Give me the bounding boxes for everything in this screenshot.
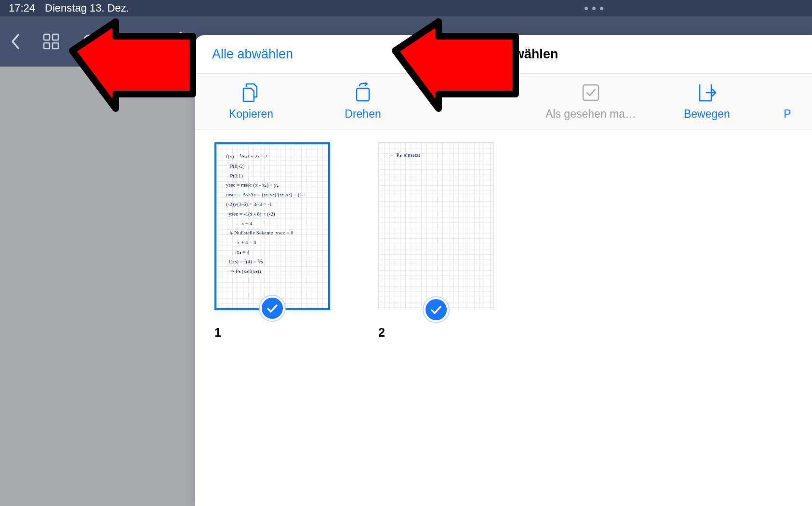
document-background <box>0 67 195 506</box>
status-time: 17:24 <box>9 2 35 14</box>
share-icon[interactable] <box>173 31 189 52</box>
move-label: Bewegen <box>684 108 730 121</box>
back-icon[interactable] <box>10 33 20 50</box>
modal-header: Alle abwählen Seiten auswählen <box>195 35 812 74</box>
svg-rect-1 <box>53 34 58 40</box>
page-thumbnail-2[interactable]: → P₃ einsetzt <box>378 142 494 310</box>
rotate-action[interactable]: Drehen <box>322 83 404 121</box>
grid-icon[interactable] <box>42 33 60 50</box>
thumbnail-content: → P₃ einsetzt <box>383 147 490 164</box>
svg-rect-6 <box>357 88 369 101</box>
last-action[interactable]: P <box>778 83 797 121</box>
svg-rect-3 <box>53 43 58 49</box>
move-icon <box>697 83 717 102</box>
copy-icon <box>241 83 261 102</box>
copy-action[interactable]: Kopieren <box>210 83 292 121</box>
select-pages-modal: Alle abwählen Seiten auswählen Kopieren … <box>195 35 812 506</box>
svg-rect-2 <box>44 43 50 49</box>
move-action[interactable]: Bewegen <box>666 83 748 121</box>
page-item-2[interactable]: → P₃ einsetzt 2 <box>378 142 494 340</box>
page-item-1[interactable]: f(x) = ⅓x² + 2x - 2 P(6|-2) P(3|1) ysec … <box>214 142 330 340</box>
svg-line-5 <box>93 44 97 48</box>
mark-seen-label: Als gesehen ma… <box>546 108 636 121</box>
actions-toolbar: Kopieren Drehen Als ge <box>195 74 812 130</box>
deselect-all-button[interactable]: Alle abwählen <box>212 47 293 62</box>
selected-check-icon <box>424 297 449 322</box>
copy-label: Kopieren <box>229 108 273 121</box>
selected-check-icon <box>260 296 285 321</box>
status-date: Dienstag 13. Dez. <box>45 2 129 14</box>
checkbox-icon <box>582 83 600 102</box>
page-thumbnail-1[interactable]: f(x) = ⅓x² + 2x - 2 P(6|-2) P(3|1) ysec … <box>214 142 330 310</box>
search-icon[interactable] <box>82 33 99 50</box>
svg-rect-0 <box>44 34 50 40</box>
mark-seen-action[interactable]: Als gesehen ma… <box>546 83 636 121</box>
modal-title: Seiten auswählen <box>449 47 559 62</box>
rotate-label: Drehen <box>345 108 381 121</box>
status-bar: 17:24 Dienstag 13. Dez. <box>0 0 812 16</box>
last-label: P <box>784 108 791 121</box>
thumbnail-content: f(x) = ⅓x² + 2x - 2 P(6|-2) P(3|1) ysec … <box>220 148 324 280</box>
more-dots-icon[interactable] <box>585 7 603 10</box>
svg-rect-7 <box>583 85 599 100</box>
page-number: 2 <box>378 326 494 340</box>
rotate-icon <box>353 83 373 102</box>
pages-grid: f(x) = ⅓x² + 2x - 2 P(6|-2) P(3|1) ysec … <box>195 130 812 352</box>
page-number: 1 <box>214 326 330 340</box>
